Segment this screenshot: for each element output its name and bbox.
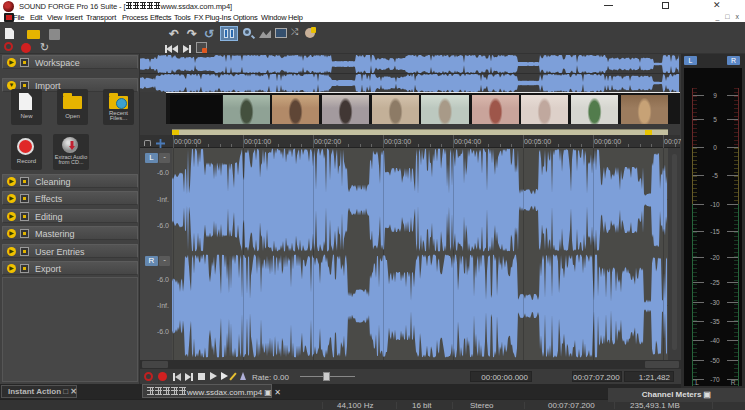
svg-text:-70: -70 bbox=[710, 376, 720, 383]
svg-text:-10: -10 bbox=[710, 201, 720, 208]
svg-text:-50: -50 bbox=[710, 357, 720, 364]
svg-text:9: 9 bbox=[713, 92, 717, 99]
svg-text:5: 5 bbox=[713, 116, 717, 123]
svg-text:-40: -40 bbox=[710, 337, 720, 344]
svg-text:L: L bbox=[695, 379, 699, 386]
svg-text:0: 0 bbox=[713, 144, 717, 151]
svg-text:R: R bbox=[731, 379, 736, 386]
svg-text:-20: -20 bbox=[710, 254, 720, 261]
svg-text:-35: -35 bbox=[710, 318, 720, 325]
svg-text:-25: -25 bbox=[710, 279, 720, 286]
svg-text:-30: -30 bbox=[710, 299, 720, 306]
svg-text:-5: -5 bbox=[712, 172, 718, 179]
svg-text:-15: -15 bbox=[710, 228, 720, 235]
